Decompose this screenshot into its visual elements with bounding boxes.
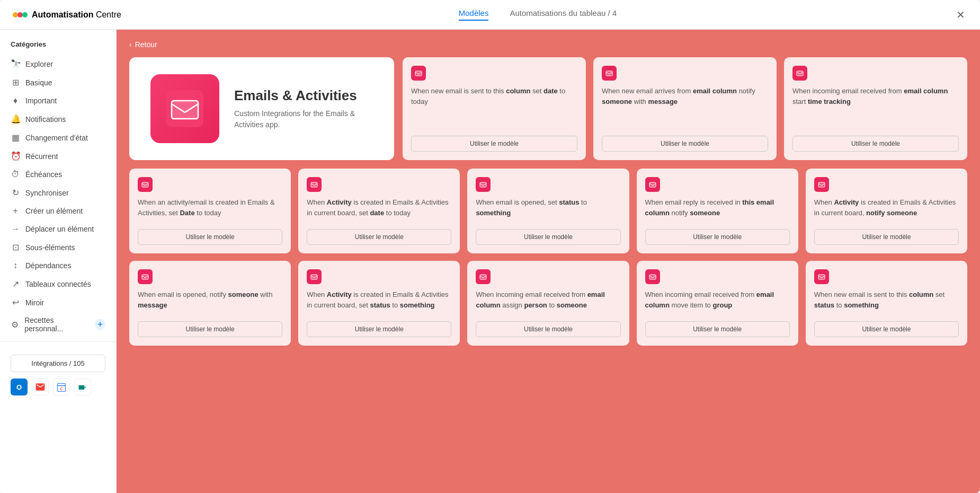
card-text: When email is opened, notify someone wit…: [138, 289, 282, 310]
email-card-icon: [645, 177, 660, 192]
sidebar-item-creer[interactable]: + Créer un élément: [0, 202, 116, 220]
sidebar-item-label: Basique: [25, 78, 52, 87]
svg-rect-31: [649, 275, 656, 279]
back-button[interactable]: ‹ Retour: [129, 40, 157, 49]
integrations-button[interactable]: Intégrations / 105: [11, 355, 105, 372]
sidebar-item-recurrent[interactable]: ⏰ Récurrent: [0, 147, 116, 165]
sidebar-item-basique[interactable]: ⊞ Basique: [0, 73, 116, 92]
svg-rect-17: [311, 182, 317, 187]
logo: Automatisation Centre: [13, 7, 121, 22]
sidebar-item-deplacer[interactable]: → Déplacer un élément: [0, 220, 116, 238]
sidebar-item-label: Sous-éléments: [25, 243, 75, 252]
use-template-button[interactable]: Utiliser le modèle: [138, 229, 282, 245]
hero-description: Custom Integrations for the Emails & Act…: [234, 108, 373, 130]
sidebar-item-label: Créer un élément: [25, 207, 83, 215]
email-card-icon: [602, 66, 617, 81]
sync-icon: ↻: [11, 188, 20, 198]
logo-text: Automatisation Centre: [32, 10, 121, 20]
card-text: When an activity/email is created in Ema…: [138, 197, 282, 218]
card-text: When email reply is received in this ema…: [645, 197, 790, 218]
gmail-icon[interactable]: [32, 378, 49, 395]
integration-icons: O C: [0, 378, 116, 395]
sidebar-item-notifications[interactable]: 🔔 Notifications: [0, 110, 116, 128]
bell-icon: 🔔: [11, 114, 20, 124]
email-card-icon: [307, 177, 322, 192]
template-card: When Activity is created in Emails & Act…: [298, 261, 460, 346]
sidebar-item-sous-elements[interactable]: ⊡ Sous-éléments: [0, 238, 116, 257]
use-template-button[interactable]: Utiliser le modèle: [307, 321, 451, 337]
use-template-button[interactable]: Utiliser le modèle: [307, 229, 451, 245]
hero-icon: [150, 74, 219, 143]
template-card: When an activity/email is created in Ema…: [129, 169, 291, 253]
template-card: When email is opened, set status to some…: [467, 169, 629, 253]
back-arrow-icon: ‹: [129, 40, 132, 49]
sidebar-item-explorer[interactable]: 🔭 Explorer: [0, 55, 116, 73]
card-text: When new email is sent to this column se…: [411, 86, 577, 107]
subelement-icon: ⊡: [11, 242, 20, 252]
hero-text: Emails & Activities Custom Integrations …: [234, 87, 373, 130]
email-card-icon: [411, 66, 426, 81]
email-hero-icon: [166, 90, 203, 127]
arrow-right-icon: →: [11, 224, 20, 234]
google-meet-icon[interactable]: [74, 378, 91, 395]
use-template-button[interactable]: Utiliser le modèle: [645, 321, 790, 337]
card-text: When new email arrives from email column…: [602, 86, 768, 107]
telescope-icon: 🔭: [11, 59, 20, 69]
tab-automations[interactable]: Automatisations du tableau / 4: [510, 8, 617, 21]
sidebar-item-tableaux[interactable]: ↗ Tableaux connectés: [0, 275, 116, 293]
sidebar-item-synchroniser[interactable]: ↻ Synchroniser: [0, 183, 116, 202]
diamond-icon: ♦: [11, 96, 20, 105]
svg-rect-4: [58, 385, 66, 386]
sidebar-item-recettes[interactable]: ⚙ Recettes personnal... +: [0, 312, 116, 337]
sidebar-item-changement[interactable]: ▦ Changement d'état: [0, 128, 116, 147]
template-card: When new email arrives from email column…: [593, 57, 777, 160]
cards-row3: When email is opened, notify someone wit…: [129, 261, 967, 346]
close-button[interactable]: ✕: [954, 6, 967, 23]
use-template-button[interactable]: Utiliser le modèle: [814, 321, 959, 337]
email-card-icon: [814, 269, 829, 284]
tab-models[interactable]: Modèles: [459, 8, 489, 21]
use-template-button[interactable]: Utiliser le modèle: [138, 321, 282, 337]
sidebar-item-label: Dépendances: [25, 261, 71, 270]
sidebar-item-miroir[interactable]: ↩ Miroir: [0, 293, 116, 312]
deadline-icon: ⏱: [11, 170, 20, 179]
outlook-icon[interactable]: O: [11, 378, 28, 395]
sidebar-item-label: Récurrent: [25, 152, 58, 161]
hero-title: Emails & Activities: [234, 87, 373, 104]
sidebar-title: Catégories: [0, 40, 116, 55]
card-text: When incoming email received from email …: [476, 289, 620, 310]
sidebar-item-label: Recettes personnal...: [24, 316, 87, 333]
template-card: When email is opened, notify someone wit…: [129, 261, 291, 346]
use-template-button[interactable]: Utiliser le modèle: [792, 136, 959, 152]
email-card-icon: [476, 269, 491, 284]
card-text: When incoming email received from email …: [645, 289, 790, 310]
connect-icon: ↗: [11, 279, 20, 289]
google-calendar-icon[interactable]: C: [53, 378, 70, 395]
use-template-button[interactable]: Utiliser le modèle: [814, 229, 959, 245]
svg-rect-29: [480, 275, 486, 279]
sidebar-divider: [0, 341, 116, 342]
svg-point-0: [13, 12, 18, 17]
svg-rect-33: [818, 275, 825, 279]
template-card: When Activity is created in Emails & Act…: [806, 169, 967, 253]
sidebar-item-echeances[interactable]: ⏱ Échéances: [0, 165, 116, 183]
sidebar-item-label: Important: [25, 96, 57, 105]
use-template-button[interactable]: Utiliser le modèle: [645, 229, 790, 245]
use-template-button[interactable]: Utiliser le modèle: [476, 229, 620, 245]
sidebar-item-important[interactable]: ♦ Important: [0, 92, 116, 110]
add-recipe-button[interactable]: +: [95, 319, 105, 330]
use-template-button[interactable]: Utiliser le modèle: [602, 136, 768, 152]
sidebar: Catégories 🔭 Explorer ⊞ Basique ♦ Import…: [0, 30, 117, 493]
template-card: When incoming email received from email …: [784, 57, 967, 160]
email-card-icon: [138, 177, 153, 192]
use-template-button[interactable]: Utiliser le modèle: [476, 321, 620, 337]
svg-rect-7: [172, 101, 198, 119]
sidebar-item-dependances[interactable]: ↕ Dépendances: [0, 257, 116, 275]
template-card: When incoming email received from email …: [467, 261, 629, 346]
template-card: When incoming email received from email …: [637, 261, 798, 346]
use-template-button[interactable]: Utiliser le modèle: [411, 136, 577, 152]
svg-text:C: C: [60, 387, 63, 391]
svg-rect-15: [142, 182, 148, 187]
sidebar-item-label: Explorer: [25, 60, 53, 68]
svg-rect-21: [649, 182, 656, 187]
